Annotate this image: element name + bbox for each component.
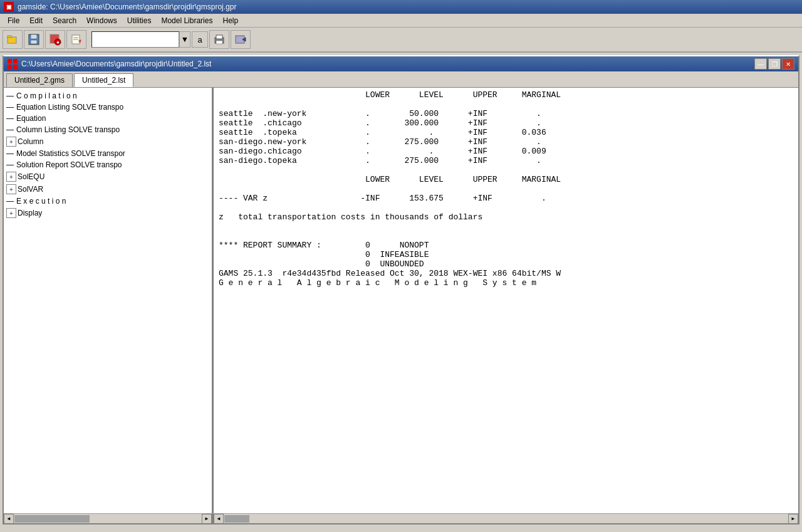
tab-gms[interactable]: Untitled_2.gms bbox=[6, 73, 73, 87]
menu-windows[interactable]: Windows bbox=[81, 15, 122, 26]
svg-rect-17 bbox=[8, 59, 12, 63]
tree-expander-display[interactable]: + bbox=[6, 208, 16, 218]
window-title: C:\Users\Amiee\Documents\gamsdir\projdir… bbox=[21, 60, 211, 68]
close-button[interactable]: ✕ bbox=[782, 58, 794, 70]
tree-expander-solvar[interactable]: + bbox=[6, 184, 16, 194]
scroll-track-right[interactable] bbox=[224, 514, 788, 523]
menu-help[interactable]: Help bbox=[217, 15, 243, 26]
svg-rect-3 bbox=[31, 34, 37, 39]
tree-item-column-listing[interactable]: — Column Listing SOLVE transpo bbox=[4, 124, 212, 135]
svg-rect-13 bbox=[216, 35, 222, 39]
title-bar: ▣ gamside: C:\Users\Amiee\Documents\gams… bbox=[0, 0, 802, 14]
tree-item-equation-listing[interactable]: — Equation Listing SOLVE transpo bbox=[4, 102, 212, 113]
tree-item-equation[interactable]: — Equation bbox=[4, 113, 212, 124]
restore-button[interactable]: ❐ bbox=[768, 58, 781, 70]
svg-rect-4 bbox=[31, 40, 37, 44]
svg-rect-18 bbox=[13, 59, 18, 63]
tree-expander-solequ[interactable]: + bbox=[6, 172, 16, 182]
scroll-left-btn[interactable]: ◀ bbox=[4, 514, 14, 524]
tree-item-solution-report[interactable]: — Solution Report SOLVE transpo bbox=[4, 159, 212, 170]
scroll-left-btn-right[interactable]: ◀ bbox=[214, 514, 224, 524]
svg-rect-14 bbox=[216, 41, 222, 44]
tree-indent: — bbox=[6, 114, 16, 123]
menu-model-libraries[interactable]: Model Libraries bbox=[156, 15, 217, 26]
menu-utilities[interactable]: Utilities bbox=[122, 15, 157, 26]
scroll-track-left[interactable] bbox=[14, 514, 202, 523]
search-dropdown-arrow[interactable]: ▼ bbox=[179, 31, 190, 48]
tab-lst[interactable]: Untitled_2.lst bbox=[74, 73, 133, 87]
svg-rect-20 bbox=[13, 65, 18, 69]
scroll-right-btn-right[interactable]: ▶ bbox=[788, 514, 798, 524]
tree-indent: — bbox=[6, 149, 16, 158]
save-button[interactable] bbox=[24, 30, 44, 49]
title-text: gamside: C:\Users\Amiee\Documents\gamsdi… bbox=[18, 3, 236, 11]
window-title-bar: C:\Users\Amiee\Documents\gamsdir\projdir… bbox=[4, 56, 798, 71]
toolbar-separator bbox=[88, 30, 90, 49]
content-text: LOWER LEVEL UPPER MARGINAL seattle .new-… bbox=[219, 90, 793, 288]
right-content[interactable]: LOWER LEVEL UPPER MARGINAL seattle .new-… bbox=[214, 88, 798, 513]
tree-item-column[interactable]: + Column bbox=[4, 135, 212, 148]
tree-indent: — bbox=[6, 91, 16, 100]
app-icon: ▣ bbox=[4, 2, 14, 12]
search-dropdown[interactable] bbox=[91, 31, 179, 48]
edit-button[interactable] bbox=[66, 30, 86, 49]
tree-indent: — bbox=[6, 103, 16, 112]
menu-edit[interactable]: Edit bbox=[24, 15, 48, 26]
scroll-right-btn[interactable]: ▶ bbox=[202, 514, 212, 524]
tree-indent: — bbox=[6, 125, 16, 134]
left-panel-tree: — C o m p i l a t i o n — Equation Listi… bbox=[4, 88, 214, 513]
tab-bar: Untitled_2.gms Untitled_2.lst bbox=[4, 71, 798, 87]
right-horizontal-scrollbar[interactable]: ◀ ▶ bbox=[214, 514, 798, 523]
tree-item-execution[interactable]: — E x e c u t i o n bbox=[4, 196, 212, 207]
scrollbar-row: ◀ ▶ ◀ ▶ bbox=[4, 513, 798, 523]
tree-indent: — bbox=[6, 160, 16, 169]
tree-expander-column[interactable]: + bbox=[6, 137, 16, 147]
a-button[interactable]: a bbox=[192, 31, 208, 48]
tree-item-model-stats[interactable]: — Model Statistics SOLVE transpor bbox=[4, 148, 212, 159]
tree-item-display[interactable]: + Display bbox=[4, 207, 212, 219]
run-button[interactable]: ● bbox=[45, 30, 65, 49]
window-icon bbox=[8, 59, 18, 69]
tree-indent: — bbox=[6, 197, 16, 206]
menu-bar: File Edit Search Windows Utilities Model… bbox=[0, 14, 802, 28]
tree-item-solequ[interactable]: + SolEQU bbox=[4, 170, 212, 183]
print-button[interactable] bbox=[209, 30, 229, 49]
content-area: — C o m p i l a t i o n — Equation Listi… bbox=[4, 87, 798, 513]
menu-search[interactable]: Search bbox=[48, 15, 81, 26]
tree-item-compilation[interactable]: — C o m p i l a t i o n bbox=[4, 90, 212, 102]
svg-text:●: ● bbox=[56, 39, 60, 45]
main-window: C:\Users\Amiee\Documents\gamsdir\projdir… bbox=[3, 55, 799, 524]
next-button[interactable] bbox=[231, 30, 251, 49]
svg-rect-1 bbox=[8, 36, 11, 38]
right-panel: LOWER LEVEL UPPER MARGINAL seattle .new-… bbox=[214, 88, 798, 513]
open-button[interactable] bbox=[3, 30, 23, 49]
tree-item-solvar[interactable]: + SolVAR bbox=[4, 183, 212, 196]
scroll-thumb-right[interactable] bbox=[224, 515, 249, 523]
window-controls: — ❐ ✕ bbox=[754, 58, 794, 70]
svg-rect-19 bbox=[8, 65, 12, 69]
left-horizontal-scrollbar[interactable]: ◀ ▶ bbox=[4, 514, 214, 523]
scroll-thumb-left[interactable] bbox=[14, 515, 90, 523]
toolbar: ● ▼ a bbox=[0, 28, 802, 53]
menu-file[interactable]: File bbox=[3, 15, 24, 26]
minimize-button[interactable]: — bbox=[754, 58, 767, 70]
